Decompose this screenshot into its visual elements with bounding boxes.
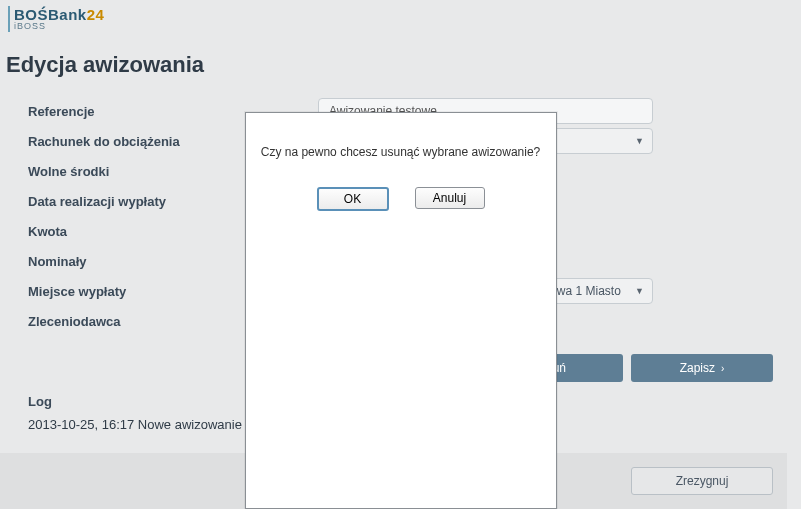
logo-subtitle: iBOSS <box>14 22 104 31</box>
cancel-form-button[interactable]: Zrezygnuj <box>631 467 773 495</box>
logo-accent-bar <box>8 6 10 32</box>
confirm-cancel-label: Anuluj <box>433 191 466 205</box>
chevron-down-icon: ▼ <box>635 286 644 296</box>
confirm-cancel-button[interactable]: Anuluj <box>415 187 485 209</box>
chevron-right-icon: › <box>721 363 724 374</box>
confirm-dialog: Czy na pewno chcesz usunąć wybrane awizo… <box>245 112 557 509</box>
save-button[interactable]: Zapisz › <box>631 354 773 382</box>
confirm-message: Czy na pewno chcesz usunąć wybrane awizo… <box>246 113 556 187</box>
cancel-form-label: Zrezygnuj <box>676 474 729 488</box>
app-logo: BOŚBank24 iBOSS <box>0 0 801 38</box>
save-button-label: Zapisz <box>680 361 715 375</box>
chevron-down-icon: ▼ <box>635 136 644 146</box>
confirm-ok-label: OK <box>344 192 361 206</box>
logo-suffix: 24 <box>87 6 105 23</box>
page-title: Edycja awizowania <box>0 38 801 96</box>
confirm-ok-button[interactable]: OK <box>317 187 389 211</box>
